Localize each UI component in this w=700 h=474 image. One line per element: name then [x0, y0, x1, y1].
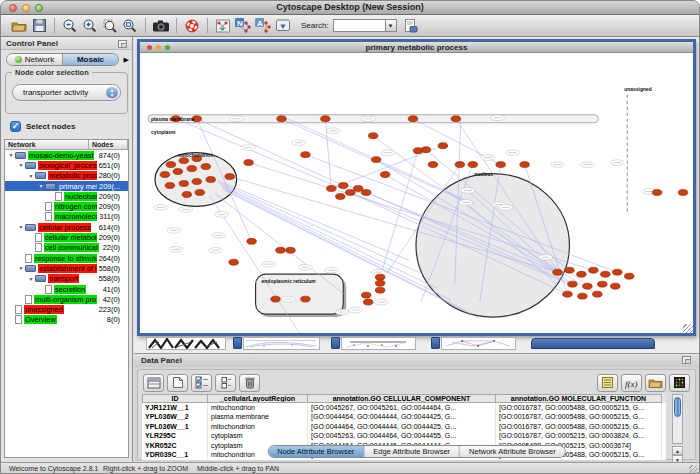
graph-node[interactable] [229, 259, 239, 265]
app-resize-grip[interactable] [689, 465, 698, 474]
window-titlebar[interactable]: Cytoscape Desktop (New Session) [1, 1, 699, 15]
disclosure-triangle-icon[interactable]: ▼ [37, 183, 45, 189]
graph-node[interactable] [353, 186, 363, 192]
tree-row-cellular-process[interactable]: ▼cellular process614(0) [5, 222, 128, 232]
minimized-window-thumbnail[interactable] [146, 337, 226, 350]
float-panel-icon[interactable] [682, 356, 691, 364]
graph-node[interactable] [380, 172, 390, 178]
graph-node[interactable] [201, 164, 211, 170]
zoom-in-button[interactable] [80, 16, 100, 35]
import-attribute-file-button[interactable] [645, 374, 666, 392]
column-header-annotation-go-cellular-component[interactable]: annotation.GO CELLULAR_COMPONENT [308, 394, 496, 403]
zoom-out-button[interactable] [60, 16, 80, 35]
graph-node[interactable] [179, 158, 189, 164]
graph-node[interactable] [179, 181, 189, 187]
annotation-palette-button[interactable] [273, 16, 293, 35]
graph-node[interactable] [451, 116, 461, 122]
tree-row-unassigned[interactable]: unassigned223(0) [5, 304, 128, 314]
graph-node[interactable] [368, 133, 378, 139]
disclosure-triangle-icon[interactable]: ▼ [27, 173, 35, 179]
table-row-yjr121w-1[interactable]: YJR121W__1mitochondrion[GO:0045267, GO:0… [142, 403, 666, 412]
graph-node[interactable] [192, 179, 202, 185]
graph-node[interactable] [321, 116, 331, 122]
column-header-annotation-go-molecular-function[interactable]: annotation.GO MOLECULAR_FUNCTION [496, 394, 662, 403]
zoom-fit-content-button[interactable] [120, 16, 140, 35]
graph-node[interactable] [583, 283, 593, 289]
open-session-button[interactable] [9, 16, 29, 35]
graph-node[interactable] [553, 269, 563, 275]
scroll-up-button[interactable]: ▲ [672, 446, 683, 455]
tab-mosaic[interactable]: Mosaic [63, 54, 118, 65]
column-header-nodes[interactable]: Nodes [89, 140, 128, 150]
graph-node[interactable] [361, 292, 371, 298]
tree-row-macromolecule[interactable]: macromolecule311(0) [5, 212, 128, 222]
graph-node[interactable] [277, 116, 287, 122]
graph-node[interactable] [206, 177, 216, 183]
graph-node[interactable] [601, 271, 611, 277]
minimized-window-thumbnail[interactable] [243, 337, 320, 350]
graph-node[interactable] [468, 162, 478, 168]
graph-node[interactable] [363, 299, 373, 305]
create-network-view-button[interactable] [213, 16, 233, 35]
tree-row-secretion[interactable]: secretion41(0) [5, 284, 128, 294]
minimized-window-icon[interactable] [431, 337, 440, 349]
tree-row-overview[interactable]: Overview8(0) [5, 315, 128, 325]
select-nodes-checkbox[interactable]: ✓ [10, 121, 21, 132]
network-view-window[interactable]: primary metabolic process plasma membran… [137, 39, 696, 336]
graph-node[interactable] [577, 271, 587, 277]
graph-node[interactable] [612, 269, 622, 275]
maximize-button[interactable] [165, 45, 170, 50]
tab-edge-attribute-browser[interactable]: Edge Attribute Browser [364, 446, 460, 457]
tree-row-multi-organism-pro[interactable]: multi-organism pro42(0) [5, 294, 128, 304]
graph-node[interactable] [327, 186, 337, 192]
graph-node[interactable] [408, 116, 418, 122]
attribute-table-button[interactable] [143, 374, 164, 392]
graph-node[interactable] [375, 287, 385, 293]
network-window-titlebar[interactable]: primary metabolic process [140, 42, 693, 53]
graph-node[interactable] [421, 147, 431, 153]
graph-node[interactable] [225, 174, 235, 180]
table-row-ypl036w-1[interactable]: YPL036W__1mitochondrion[GO:0044464, GO:0… [142, 422, 666, 431]
disclosure-triangle-icon[interactable]: ▼ [17, 162, 25, 168]
select-attributes-button[interactable] [191, 374, 212, 392]
tree-row-primary-metabo[interactable]: ▼primary metabo209(... [5, 181, 128, 191]
graph-node[interactable] [678, 190, 688, 196]
minimized-window-thumbnail[interactable] [341, 337, 416, 350]
column-header-cellularlayoutregion[interactable]: _cellularLayoutRegion [208, 394, 308, 403]
graph-node[interactable] [173, 169, 183, 175]
graph-node[interactable] [593, 291, 603, 297]
graph-node[interactable] [375, 274, 385, 280]
disclosure-triangle-icon[interactable]: ▼ [27, 276, 35, 282]
scrollbar-thumb[interactable] [674, 397, 681, 417]
help-button[interactable] [182, 16, 202, 35]
graph-node[interactable] [244, 160, 254, 166]
graph-node[interactable] [428, 162, 438, 168]
graph-node[interactable] [286, 247, 296, 253]
graph-node[interactable] [165, 183, 175, 189]
graph-node[interactable] [438, 143, 448, 149]
graph-node[interactable] [375, 280, 385, 286]
minimized-window-titlebar[interactable] [531, 338, 655, 349]
enhanced-search-config-button[interactable] [401, 16, 421, 35]
tab-network-attribute-browser[interactable]: Network Attribute Browser [460, 446, 565, 457]
tree-row-cellular-metabol[interactable]: cellular metabol209(0) [5, 232, 128, 242]
tree-row-response-to-stimulu[interactable]: response to stimulu264(0) [5, 253, 128, 263]
matrix-editor-button[interactable] [597, 374, 618, 392]
graph-node[interactable] [301, 296, 311, 302]
tree-row-biological-process[interactable]: ▼biological_process651(0) [5, 160, 128, 170]
graph-node[interactable] [345, 190, 355, 196]
graph-node[interactable] [624, 273, 634, 279]
tree-row-nucleobase[interactable]: nucleobase-209(0) [5, 191, 128, 201]
minimized-window-thumbnail[interactable] [441, 337, 516, 350]
graph-node[interactable] [610, 283, 620, 289]
graph-node[interactable] [271, 296, 281, 302]
formula-builder-button[interactable]: f(x) [621, 374, 642, 392]
import-attributes-wizard-button[interactable]: A [253, 16, 273, 35]
graph-node[interactable] [589, 267, 599, 273]
save-session-button[interactable] [29, 16, 49, 35]
heatmap-view-button[interactable] [669, 374, 690, 392]
graph-node[interactable] [455, 162, 465, 168]
minimize-button[interactable] [22, 4, 30, 12]
table-row-ylr295c[interactable]: YLR295Ccytoplasm[GO:0045263, GO:0044464,… [142, 431, 666, 440]
import-network-button[interactable]: N [233, 16, 253, 35]
